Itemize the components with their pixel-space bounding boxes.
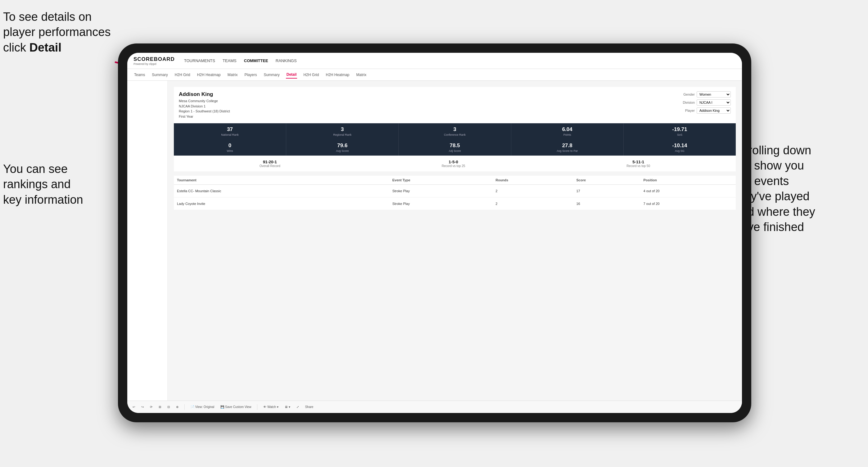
content-area: Addison King Mesa Community College NJCA… — [127, 81, 742, 401]
player-region: Region 1 - Southwest (18) District — [179, 109, 230, 114]
col-event-type: Event Type — [389, 176, 493, 185]
logo-sub: Powered by clippd — [133, 62, 175, 65]
toolbar-save-custom[interactable]: 💾 Save Custom View — [219, 404, 253, 410]
sub-nav-detail[interactable]: Detail — [286, 71, 298, 79]
division-select[interactable]: NJCAA I — [696, 99, 731, 105]
score: 17 — [574, 185, 641, 197]
stats-container: 37National Rank3Regional Rank3Conference… — [174, 123, 736, 172]
table-header-row: Tournament Event Type Rounds Score Posit… — [174, 176, 736, 185]
annotation-right: Scrolling down will show you the events … — [735, 143, 865, 235]
stat-cell: -10.14Avg SG — [624, 139, 736, 156]
rounds: 2 — [492, 185, 573, 197]
sub-nav-h2h-grid2[interactable]: H2H Grid — [303, 71, 319, 78]
table-row: Estella CC- Mountain Classic Stroke Play… — [174, 185, 736, 197]
sub-nav-players[interactable]: Players — [244, 71, 257, 78]
tournament-name: Estella CC- Mountain Classic — [174, 185, 389, 197]
table-row: Lady Coyote Invite Stroke Play 2 16 7 ou… — [174, 197, 736, 210]
toolbar-zoom-out[interactable]: ⊟ — [166, 404, 172, 410]
tournament-name: Lady Coyote Invite — [174, 197, 389, 210]
sub-nav-summary2[interactable]: Summary — [263, 71, 280, 78]
player-info: Addison King Mesa Community College NJCA… — [179, 91, 230, 119]
gender-label: Gender — [678, 93, 695, 96]
player-label: Player — [678, 109, 695, 113]
gender-control: Gender Women — [678, 91, 731, 97]
annotation-top-left: To see details on player performances cl… — [3, 9, 121, 55]
sub-nav-summary[interactable]: Summary — [151, 71, 168, 78]
toolbar-redo[interactable]: ↪ — [140, 404, 145, 410]
gender-select[interactable]: Women — [696, 91, 731, 97]
top-nav: SCOREBOARD Powered by clippd TOURNAMENTS… — [127, 53, 742, 69]
sub-nav-teams[interactable]: Teams — [133, 71, 146, 78]
col-position: Position — [640, 176, 736, 185]
position: 7 out of 20 — [640, 197, 736, 210]
player-control: Player Addison King — [678, 107, 731, 114]
annotation-bottom-left: You can see rankings and key information — [3, 161, 115, 208]
col-rounds: Rounds — [492, 176, 573, 185]
toolbar-zoom-in[interactable]: ⊞ — [157, 404, 163, 410]
player-name: Addison King — [179, 91, 230, 97]
stat-cell: 0Wins — [174, 139, 286, 156]
player-year: First Year — [179, 114, 230, 119]
stat-cell: 3Conference Rank — [399, 123, 511, 139]
main-content: Addison King Mesa Community College NJCA… — [168, 81, 742, 401]
toolbar-undo[interactable]: ↩ — [131, 404, 136, 410]
division-label: Division — [678, 101, 695, 104]
toolbar-sep-2 — [257, 404, 257, 410]
player-select[interactable]: Addison King — [696, 107, 731, 114]
score: 16 — [574, 197, 641, 210]
stats-row-2: 0Wins79.6Avg Score78.5Adj Score27.8Avg S… — [174, 139, 736, 156]
col-tournament: Tournament — [174, 176, 389, 185]
toolbar-sep-1 — [184, 404, 185, 410]
record-item: 91-20-1Overall Record — [259, 160, 280, 168]
toolbar-screen[interactable]: 🖥 ▾ — [283, 404, 292, 410]
left-panel — [127, 81, 168, 401]
player-division: NJCAA Division 1 — [179, 104, 230, 109]
col-score: Score — [574, 176, 641, 185]
bottom-toolbar: ↩ ↪ ⟳ ⊞ ⊟ ⊕ 📄 View: Original 💾 Save Cust… — [127, 401, 742, 413]
toolbar-watch[interactable]: 👁 Watch ▾ — [262, 404, 280, 410]
player-school: Mesa Community College — [179, 98, 230, 104]
stat-cell: -19.71SoS — [624, 123, 736, 139]
nav-committee[interactable]: COMMITTEE — [244, 57, 268, 64]
nav-tournaments[interactable]: TOURNAMENTS — [184, 57, 215, 64]
player-header: Addison King Mesa Community College NJCA… — [174, 87, 736, 123]
record-item: 5-11-1Record vs top 50 — [626, 160, 650, 168]
stat-cell: 37National Rank — [174, 123, 286, 139]
tournament-table: Tournament Event Type Rounds Score Posit… — [174, 176, 736, 210]
nav-teams[interactable]: TEAMS — [223, 57, 237, 64]
tablet-frame: SCOREBOARD Powered by clippd TOURNAMENTS… — [118, 43, 751, 422]
stats-row-1: 37National Rank3Regional Rank3Conference… — [174, 123, 736, 139]
event-type: Stroke Play — [389, 185, 493, 197]
toolbar-expand[interactable]: ⤢ — [295, 404, 301, 410]
rounds: 2 — [492, 197, 573, 210]
nav-items: TOURNAMENTS TEAMS COMMITTEE RANKINGS — [184, 57, 297, 64]
record-item: 1-5-0Record vs top 25 — [442, 160, 465, 168]
stat-cell: 6.04Points — [511, 123, 624, 139]
tablet-screen: SCOREBOARD Powered by clippd TOURNAMENTS… — [127, 53, 742, 413]
toolbar-refresh[interactable]: ⟳ — [148, 404, 154, 410]
scoreboard-logo: SCOREBOARD Powered by clippd — [133, 56, 175, 65]
nav-rankings[interactable]: RANKINGS — [276, 57, 297, 64]
sub-nav: Teams Summary H2H Grid H2H Heatmap Matri… — [127, 69, 742, 81]
stat-cell: 3Regional Rank — [286, 123, 399, 139]
division-control: Division NJCAA I — [678, 99, 731, 105]
position: 4 out of 20 — [640, 185, 736, 197]
stat-cell: 78.5Adj Score — [399, 139, 511, 156]
logo-title: SCOREBOARD — [133, 56, 175, 62]
records-row: 91-20-1Overall Record1-5-0Record vs top … — [174, 156, 736, 172]
event-type: Stroke Play — [389, 197, 493, 210]
sub-nav-h2h-grid[interactable]: H2H Grid — [174, 71, 191, 78]
toolbar-view-original[interactable]: 📄 View: Original — [189, 404, 216, 410]
sub-nav-h2h-heatmap2[interactable]: H2H Heatmap — [325, 71, 350, 78]
sub-nav-matrix[interactable]: Matrix — [227, 71, 239, 78]
stat-cell: 27.8Avg Score to Par — [511, 139, 624, 156]
toolbar-fit[interactable]: ⊕ — [175, 404, 180, 410]
sub-nav-matrix2[interactable]: Matrix — [356, 71, 367, 78]
sub-nav-h2h-heatmap[interactable]: H2H Heatmap — [196, 71, 221, 78]
toolbar-share[interactable]: Share — [304, 404, 315, 410]
player-controls: Gender Women Division NJCAA I — [678, 91, 731, 114]
stat-cell: 79.6Avg Score — [286, 139, 399, 156]
